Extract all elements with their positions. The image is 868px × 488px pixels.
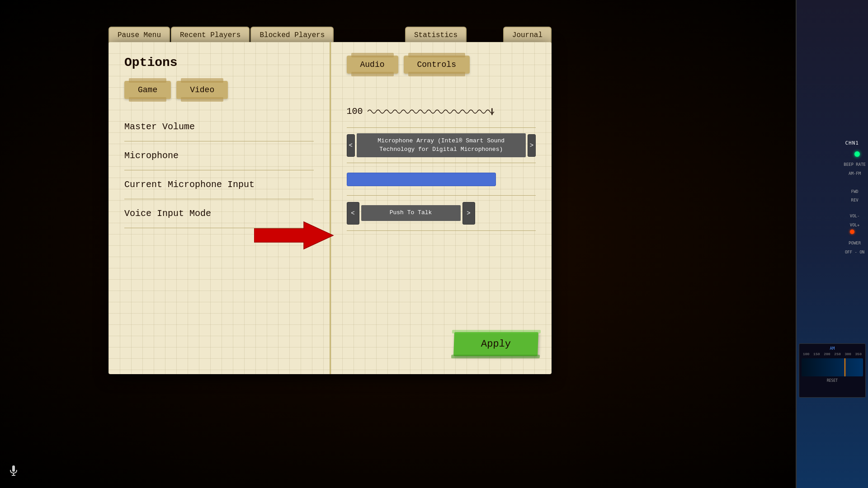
sub-tab-bar: Game Video <box>124 81 314 99</box>
tab-blocked-players[interactable]: Blocked Players <box>250 27 334 44</box>
tab-bar: Pause Menu Recent Players Blocked Player… <box>108 14 552 43</box>
mic-next-btn[interactable]: > <box>528 134 536 157</box>
master-volume-label: Master Volume <box>124 122 296 132</box>
volume-value: 100 <box>347 106 363 117</box>
tab-recent-players[interactable]: Recent Players <box>171 27 250 44</box>
apply-section: Apply <box>454 332 538 356</box>
mic-icon <box>9 465 18 479</box>
current-mic-input-row: Current Microphone Input <box>124 170 314 199</box>
master-volume-row: Master Volume <box>124 113 314 141</box>
tab-journal[interactable]: Journal <box>503 27 552 44</box>
voice-mode-prev-btn[interactable]: < <box>347 202 359 225</box>
voice-input-mode-row: Voice Input Mode <box>124 199 314 228</box>
tab-pause-menu[interactable]: Pause Menu <box>108 27 170 44</box>
current-mic-input-label: Current Microphone Input <box>124 179 296 190</box>
sub-tab-video[interactable]: Video <box>176 81 228 99</box>
book-pages: Options Game Video Master Volume Microph… <box>108 42 552 374</box>
settings-left: Master Volume Microphone Current Microph… <box>124 113 314 228</box>
tab-statistics[interactable]: Statistics <box>405 27 467 44</box>
power-led <box>854 151 860 157</box>
sub-tab-game[interactable]: Game <box>124 81 171 99</box>
sub-tab-controls[interactable]: Controls <box>404 56 470 74</box>
panel-labels: BEEP RATE AM-FM FWD REV VOL- VOL+ POWER … <box>844 160 866 257</box>
left-page: Options Game Video Master Volume Microph… <box>108 42 331 374</box>
mic-selector-text: Microphone Array (Intel® Smart Sound Tec… <box>357 133 526 157</box>
sub-tab-audio[interactable]: Audio <box>347 56 398 74</box>
power-indicator <box>850 230 854 234</box>
voice-mode-next-btn[interactable]: > <box>462 202 475 225</box>
microphone-row: Microphone <box>124 141 314 170</box>
apply-button[interactable]: Apply <box>453 332 538 356</box>
electronics-panel: CHN1 BEEP RATE AM-FM FWD REV VOL- VOL+ P… <box>796 0 868 488</box>
book-container: Pause Menu Recent Players Blocked Player… <box>108 14 552 375</box>
page-title: Options <box>124 56 314 70</box>
svg-rect-2 <box>12 465 15 472</box>
voice-mode-selector-text: Push To Talk <box>361 205 461 221</box>
mic-input-bar <box>347 173 496 186</box>
mic-prev-btn[interactable]: < <box>347 134 355 157</box>
chn-label: CHN1 <box>845 140 859 146</box>
voice-input-mode-label: Voice Input Mode <box>124 208 296 219</box>
microphone-label: Microphone <box>124 150 296 161</box>
right-page: Audio Controls 100 < Microphone Ar <box>331 42 552 374</box>
volume-waveform[interactable] <box>368 107 494 116</box>
